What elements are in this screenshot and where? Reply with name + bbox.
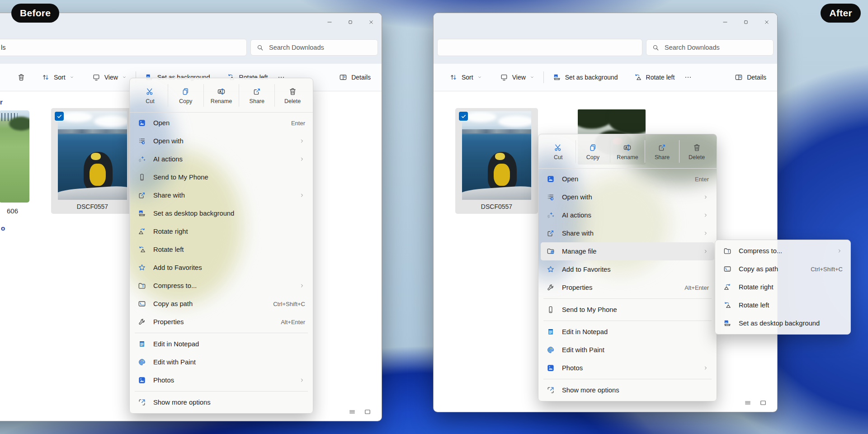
selected-file-tile[interactable]: DSCF0557: [51, 108, 134, 214]
details-button[interactable]: Details: [730, 69, 771, 86]
minimize-button[interactable]: [715, 13, 736, 31]
address-bar[interactable]: [437, 39, 642, 56]
share-icon: [546, 229, 555, 238]
menu-item-compress-to[interactable]: Compress to...: [717, 242, 848, 260]
menu-item-copy-as-path[interactable]: Copy as pathCtrl+Shift+C: [717, 260, 848, 278]
view-toggles: [744, 399, 767, 407]
quick-action-delete[interactable]: Delete: [679, 137, 714, 166]
share-icon: [657, 143, 667, 152]
set-as-background-button[interactable]: Set as background: [548, 69, 623, 86]
menu-item-add-to-favorites[interactable]: Add to Favorites: [541, 260, 714, 278]
menu-item-copy-as-path[interactable]: Copy as pathCtrl+Shift+C: [132, 295, 311, 313]
menu-separator: [543, 379, 712, 379]
menu-item-edit-in-notepad[interactable]: Edit in Notepad: [132, 335, 311, 353]
menu-item-properties[interactable]: PropertiesAlt+Enter: [132, 313, 311, 331]
menu-item-show-more-options[interactable]: Show more options: [132, 393, 311, 411]
quick-action-cut[interactable]: Cut: [541, 137, 576, 166]
phone-icon: [137, 173, 146, 182]
menu-item-properties[interactable]: PropertiesAlt+Enter: [541, 278, 714, 297]
grid-view-icon[interactable]: [363, 408, 372, 416]
quick-action-cut[interactable]: Cut: [132, 81, 168, 110]
view-toggles: [348, 408, 372, 416]
menu-item-share-with[interactable]: Share with: [541, 224, 714, 242]
menu-item-photos[interactable]: Photos: [132, 371, 311, 389]
menu-item-set-as-desktop-background[interactable]: Set as desktop background: [717, 314, 848, 332]
quick-action-delete[interactable]: Delete: [275, 81, 310, 110]
search-placeholder: Search Downloads: [269, 44, 324, 51]
address-bar[interactable]: ls: [0, 39, 247, 56]
menu-item-photos[interactable]: Photos: [541, 359, 714, 377]
quick-action-rename[interactable]: Rename: [610, 137, 645, 166]
manage-file-submenu: Compress to...Copy as pathCtrl+Shift+CRo…: [715, 240, 851, 335]
menu-item-ai-actions[interactable]: AI actions: [541, 206, 714, 224]
quick-action-share[interactable]: Share: [645, 137, 679, 166]
window-controls: [715, 13, 777, 31]
address-path-fragment: ls: [0, 44, 5, 51]
search-input[interactable]: Search Downloads: [646, 39, 774, 56]
menu-item-compress-to[interactable]: Compress to...: [132, 277, 311, 295]
view-button[interactable]: View: [495, 69, 539, 86]
wrench-icon: [546, 283, 555, 292]
close-button[interactable]: [361, 13, 382, 31]
selected-file-tile[interactable]: DSCF0557: [455, 108, 538, 214]
rotate-left-button[interactable]: Rotate left: [629, 69, 679, 86]
zip-folder-icon: [723, 246, 732, 255]
selection-checkbox[interactable]: [55, 112, 64, 121]
sort-button[interactable]: Sort: [444, 69, 487, 86]
show-more-icon: [546, 386, 555, 395]
maximize-button[interactable]: [340, 13, 361, 31]
minimize-button[interactable]: [319, 13, 340, 31]
menu-item-edit-with-paint[interactable]: Edit with Paint: [132, 353, 311, 371]
wrench-icon: [137, 317, 146, 326]
selection-checkbox[interactable]: [459, 112, 468, 121]
menu-separator: [135, 391, 308, 392]
menu-item-ai-actions[interactable]: AI actions: [132, 150, 311, 168]
open-with-icon: [546, 193, 555, 202]
menu-item-rotate-left[interactable]: Rotate left: [717, 296, 848, 314]
delete-toolbar-button[interactable]: [12, 69, 30, 86]
menu-item-rotate-right[interactable]: Rotate right: [717, 278, 848, 296]
see-more-button[interactable]: [679, 69, 697, 86]
view-button[interactable]: View: [87, 69, 132, 86]
rename-icon: [623, 143, 632, 152]
menu-item-open-with[interactable]: Open with: [132, 132, 311, 150]
address-row: Search Downloads: [434, 31, 777, 64]
search-input[interactable]: Search Downloads: [250, 39, 378, 56]
trash-icon: [288, 87, 297, 96]
close-button[interactable]: [756, 13, 777, 31]
desktop: ls Search Downloads Sort View Set as bac…: [0, 0, 868, 434]
menu-item-edit-in-notepad[interactable]: Edit in Notepad: [541, 323, 714, 341]
grid-view-icon[interactable]: [759, 399, 767, 407]
file-thumbnail-partial[interactable]: [0, 110, 29, 203]
menu-item-rotate-right[interactable]: Rotate right: [132, 222, 311, 241]
sort-button[interactable]: Sort: [37, 69, 79, 86]
chevron-down-icon: [122, 75, 127, 80]
list-view-icon[interactable]: [348, 408, 356, 416]
file-name: DSCF0557: [51, 203, 134, 210]
search-placeholder: Search Downloads: [665, 44, 720, 51]
menu-item-set-as-desktop-background[interactable]: Set as desktop background: [132, 204, 311, 222]
rename-icon: [217, 87, 226, 96]
menu-item-open[interactable]: OpenEnter: [132, 114, 311, 132]
quick-action-rename[interactable]: Rename: [204, 81, 239, 110]
menu-item-send-to-my-phone[interactable]: Send to My Phone: [132, 168, 311, 186]
copy-path-icon: [137, 299, 146, 308]
minimize-icon: [326, 19, 333, 25]
menu-item-add-to-favorites[interactable]: Add to Favorites: [132, 259, 311, 277]
diver-photo: [462, 111, 531, 200]
menu-item-share-with[interactable]: Share with: [132, 186, 311, 204]
maximize-button[interactable]: [736, 13, 756, 31]
details-button[interactable]: Details: [334, 69, 375, 86]
menu-item-edit-with-paint[interactable]: Edit with Paint: [541, 341, 714, 359]
menu-item-rotate-left[interactable]: Rotate left: [132, 241, 311, 259]
star-icon: [137, 263, 146, 272]
menu-item-send-to-my-phone[interactable]: Send to My Phone: [541, 301, 714, 319]
menu-item-open-with[interactable]: Open with: [541, 188, 714, 206]
list-view-icon[interactable]: [744, 399, 752, 407]
menu-item-manage-file[interactable]: Manage file: [541, 242, 714, 260]
menu-item-open[interactable]: OpenEnter: [541, 170, 714, 188]
quick-action-copy[interactable]: Copy: [576, 137, 610, 166]
quick-action-copy[interactable]: Copy: [168, 81, 203, 110]
menu-item-show-more-options[interactable]: Show more options: [541, 381, 714, 399]
quick-action-share[interactable]: Share: [239, 81, 274, 110]
